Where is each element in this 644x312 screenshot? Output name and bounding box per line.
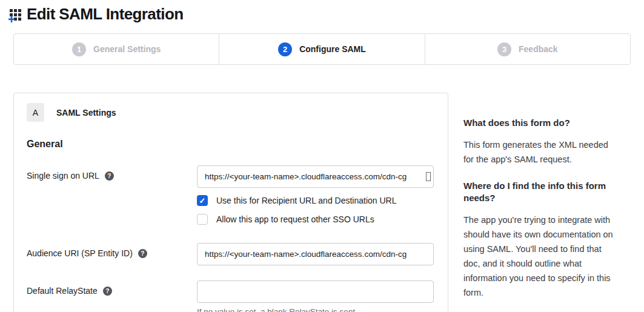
sidebar-heading-where: Where do I find the info this form needs… [463, 180, 616, 204]
step-number-badge: 3 [497, 42, 511, 56]
checkbox-recipient-destination-label: Use this for Recipient URL and Destinati… [216, 196, 397, 205]
saml-settings-panel: A SAML Settings General Single sign on U… [13, 93, 448, 312]
help-icon[interactable]: ? [103, 287, 112, 296]
sso-url-input-wrap [197, 165, 434, 188]
sidebar-paragraph-what: This form generates the XML needed for t… [463, 138, 616, 167]
checkbox-other-sso-urls-label: Allow this app to request other SSO URLs [216, 214, 374, 224]
audience-uri-input-wrap [197, 243, 434, 265]
checkbox-row-recipient: Use this for Recipient URL and Destinati… [197, 195, 436, 206]
relay-state-label: Default RelayState [27, 286, 98, 296]
form-row-relay-state: Default RelayState ? If no value is set,… [27, 280, 436, 312]
step-wizard: 1 General Settings 2 Configure SAML 3 Fe… [13, 33, 631, 65]
sso-url-label-wrap: Single sign on URL ? [27, 165, 197, 181]
step-label: Feedback [519, 44, 558, 54]
form-row-sso-url: Single sign on URL ? Use this for Recipi… [27, 165, 436, 225]
wizard-step-configure-saml[interactable]: 2 Configure SAML [219, 34, 424, 64]
app-grid-plus-icon [8, 6, 24, 23]
relay-state-helper-text: If no value is set, a blank RelayState i… [197, 307, 436, 312]
step-label: General Settings [93, 44, 161, 54]
help-sidebar: What does this form do? This form genera… [463, 93, 616, 312]
help-icon[interactable]: ? [138, 249, 147, 258]
relay-state-input-wrap [197, 280, 434, 303]
checkbox-row-other-sso: Allow this app to request other SSO URLs [197, 214, 436, 225]
section-title: SAML Settings [56, 108, 116, 118]
text-cursor [426, 172, 431, 181]
relay-state-controls: If no value is set, a blank RelayState i… [197, 280, 436, 312]
sso-url-input[interactable] [197, 165, 434, 188]
step-label: Configure SAML [299, 44, 366, 54]
sso-url-label: Single sign on URL [27, 171, 99, 181]
wizard-step-general-settings[interactable]: 1 General Settings [14, 34, 219, 64]
step-number-badge: 1 [72, 42, 86, 56]
sso-url-controls: Use this for Recipient URL and Destinati… [197, 165, 436, 225]
group-heading-general: General [27, 139, 436, 150]
step-number-badge: 2 [278, 42, 292, 56]
page-header: Edit SAML Integration [0, 0, 644, 24]
section-letter-badge: A [27, 103, 44, 122]
relay-state-input[interactable] [197, 280, 434, 303]
panel-header: A SAML Settings [27, 103, 436, 122]
content-area: A SAML Settings General Single sign on U… [0, 93, 644, 312]
form-row-audience-uri: Audience URI (SP Entity ID) ? [27, 243, 436, 265]
page-title: Edit SAML Integration [27, 5, 183, 24]
relay-state-label-wrap: Default RelayState ? [27, 280, 197, 296]
sidebar-heading-what: What does this form do? [463, 117, 616, 129]
sidebar-paragraph-where: The app you're trying to integrate with … [463, 213, 616, 300]
audience-uri-controls [197, 243, 436, 265]
checkbox-recipient-destination[interactable] [197, 195, 208, 206]
audience-uri-label: Audience URI (SP Entity ID) [27, 248, 133, 258]
help-icon[interactable]: ? [105, 171, 114, 181]
checkbox-other-sso-urls[interactable] [197, 214, 208, 225]
wizard-step-feedback[interactable]: 3 Feedback [425, 34, 630, 64]
audience-uri-input[interactable] [197, 243, 434, 265]
audience-uri-label-wrap: Audience URI (SP Entity ID) ? [27, 243, 197, 258]
